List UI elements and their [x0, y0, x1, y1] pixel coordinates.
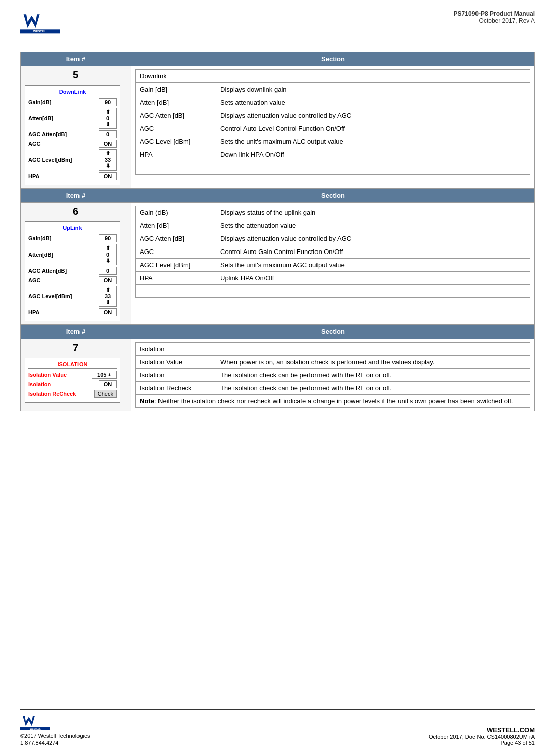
- item-6-param-3: AGC: [136, 245, 216, 259]
- col-section-7: Section: [131, 325, 535, 339]
- item-5-value-4: ⬆33⬇: [99, 149, 117, 171]
- item-6-blank-row: [136, 285, 530, 298]
- doc-subtitle: October 2017, Rev A: [454, 17, 535, 24]
- doc-title: PS71090-P8 Product Manual: [454, 10, 535, 17]
- item-5-value-3: ON: [99, 140, 117, 148]
- item-6-sub-row-1: Atten [dB] Sets the attenuation value: [136, 219, 530, 232]
- item-6-label-1: Atten[dB]: [28, 251, 53, 258]
- item-7-sub-row-2: Isolation Recheck The isolation check ca…: [136, 382, 530, 395]
- item-7-sub-row-0: Isolation Value When power is on, an iso…: [136, 356, 530, 369]
- item-5-sub-row-4: AGC Level [dBm] Sets the unit's maximum …: [136, 135, 530, 148]
- item-6-panel: UpLink Gain[dB] 90 Atten[dB] ⬆0⬇ AGC Att…: [25, 221, 120, 321]
- item-6-desc-1: Sets the attenuation value: [216, 219, 530, 232]
- item-5-section-cell: Downlink Gain [dB] Displays downlink gai…: [131, 66, 535, 189]
- item-6-value-5: ON: [99, 308, 117, 316]
- item-6-label-3: AGC: [28, 277, 40, 283]
- item-6-label-5: HPA: [28, 309, 39, 315]
- item-7-sub-table: Isolation Isolation Value When power is …: [135, 342, 530, 408]
- item-7-desc-1: The isolation check can be performed wit…: [216, 369, 530, 382]
- item-7-value-1: ON: [99, 380, 117, 388]
- item-5-row-1: Atten[dB] ⬆0⬇: [28, 108, 117, 129]
- item-5-row-0: Gain[dB] 90: [28, 98, 117, 106]
- col-section-5: Section: [131, 52, 535, 66]
- item-7-num-cell: 7 ISOLATION Isolation Value 105 + Isolat…: [21, 339, 131, 411]
- item-5-param-5: HPA: [136, 148, 216, 161]
- item-6-label-4: AGC Level[dBm]: [28, 293, 72, 299]
- table-row-7: 7 ISOLATION Isolation Value 105 + Isolat…: [21, 339, 535, 411]
- item-5-sub-row-3: AGC Control Auto Level Control Function …: [136, 122, 530, 135]
- note-text: : Neither the isolation check nor rechec…: [154, 397, 513, 405]
- section-header-6: Item # Section: [21, 189, 535, 203]
- footer-phone: 1.877.844.4274: [20, 740, 90, 746]
- item-6-param-5: HPA: [136, 272, 216, 285]
- item-6-param-1: Atten [dB]: [136, 219, 216, 232]
- item-5-param-2: AGC Atten [dB]: [136, 109, 216, 122]
- item-7-param-0: Isolation Value: [136, 356, 216, 369]
- item-6-desc-0: Displays status of the uplink gain: [216, 206, 530, 219]
- item-7-label-0: Isolation Value: [28, 372, 67, 378]
- note-bold: Note: [140, 397, 154, 405]
- svg-marker-0: [24, 14, 40, 28]
- item-7-section-title: Isolation: [136, 343, 530, 356]
- footer-logo: WESTELL: [20, 713, 50, 732]
- item-7-desc-0: When power is on, an isolation check is …: [216, 356, 530, 369]
- item-5-desc-5: Down link HPA On/Off: [216, 148, 530, 161]
- item-6-sub-table: Gain (dB) Displays status of the uplink …: [135, 206, 530, 298]
- svg-text:WESTELL: WESTELL: [33, 30, 48, 33]
- item-5-param-3: AGC: [136, 122, 216, 135]
- item-5-row-2: AGC Atten[dB] 0: [28, 130, 117, 138]
- item-6-sub-row-2: AGC Atten [dB] Displays attenuation valu…: [136, 232, 530, 245]
- item-5-param-4: AGC Level [dBm]: [136, 135, 216, 148]
- item-7-label-2: Isolation ReCheck: [28, 391, 76, 397]
- item-5-sub-table: Downlink Gain [dB] Displays downlink gai…: [135, 69, 530, 175]
- item-6-row-1: Atten[dB] ⬆0⬇: [28, 244, 117, 265]
- item-6-num-cell: 6 UpLink Gain[dB] 90 Atten[dB] ⬆0⬇ AGC A…: [21, 203, 131, 325]
- footer-copyright: ©2017 Westell Technologies: [20, 733, 90, 739]
- item-6-row-3: AGC ON: [28, 276, 117, 284]
- item-7-section-cell: Isolation Isolation Value When power is …: [131, 339, 535, 411]
- main-table: Item # Section 5 DownLink Gain[dB] 90 At…: [20, 52, 535, 411]
- logo-area: WESTELL: [20, 10, 60, 37]
- item-7-param-2: Isolation Recheck: [136, 382, 216, 395]
- item-6-section-cell: Gain (dB) Displays status of the uplink …: [131, 203, 535, 325]
- item-7-section-title-row: Isolation: [136, 343, 530, 356]
- item-5-label-0: Gain[dB]: [28, 99, 51, 105]
- westell-logo: WESTELL: [20, 10, 60, 35]
- isolation-recheck-button[interactable]: Check: [94, 390, 117, 398]
- item-5-label-3: AGC: [28, 141, 40, 147]
- item-6-sub-row-3: AGC Control Auto Gain Control Function O…: [136, 245, 530, 259]
- item-5-label-1: Atten[dB]: [28, 115, 53, 121]
- item-6-param-2: AGC Atten [dB]: [136, 232, 216, 245]
- item-5-value-5: ON: [99, 172, 117, 180]
- page-footer: WESTELL ©2017 Westell Technologies 1.877…: [20, 709, 535, 746]
- item-6-sub-row-0: Gain (dB) Displays status of the uplink …: [136, 206, 530, 219]
- item-6-value-2: 0: [99, 267, 117, 275]
- item-7-panel: ISOLATION Isolation Value 105 + Isolatio…: [25, 358, 120, 403]
- item-6-param-4: AGC Level [dBm]: [136, 259, 216, 272]
- item-6-row-4: AGC Level[dBm] ⬆33⬇: [28, 286, 117, 307]
- item-6-desc-5: Uplink HPA On/Off: [216, 272, 530, 285]
- item-7-value-0: 105 +: [92, 371, 117, 379]
- svg-marker-3: [23, 716, 35, 726]
- item-7-note: Note: Neither the isolation check nor re…: [136, 395, 530, 408]
- item-5-sub-row-2: AGC Atten [dB] Displays attenuation valu…: [136, 109, 530, 122]
- svg-text:WESTELL: WESTELL: [30, 728, 41, 730]
- item-6-row-2: AGC Atten[dB] 0: [28, 267, 117, 275]
- item-6-value-0: 90: [99, 234, 117, 242]
- footer-left: WESTELL ©2017 Westell Technologies 1.877…: [20, 713, 90, 746]
- item-6-desc-3: Control Auto Gain Control Function On/Of…: [216, 245, 530, 259]
- item-7-panel-title: ISOLATION: [28, 361, 117, 369]
- item-6-number: 6: [25, 206, 127, 217]
- item-5-value-2: 0: [99, 130, 117, 138]
- item-7-label-1: Isolation: [28, 381, 51, 387]
- item-5-panel-title: DownLink: [28, 89, 117, 96]
- item-6-sub-row-4: AGC Level [dBm] Sets the unit's maximum …: [136, 259, 530, 272]
- item-6-value-3: ON: [99, 276, 117, 284]
- footer-website: WESTELL.COM: [429, 726, 535, 734]
- item-7-number: 7: [25, 342, 127, 354]
- section-header-5: Item # Section: [21, 52, 535, 66]
- item-7-note-row: Note: Neither the isolation check nor re…: [136, 395, 530, 408]
- item-5-label-4: AGC Level[dBm]: [28, 157, 72, 163]
- item-7-row-2: Isolation ReCheck Check: [28, 390, 117, 398]
- item-6-row-0: Gain[dB] 90: [28, 234, 117, 242]
